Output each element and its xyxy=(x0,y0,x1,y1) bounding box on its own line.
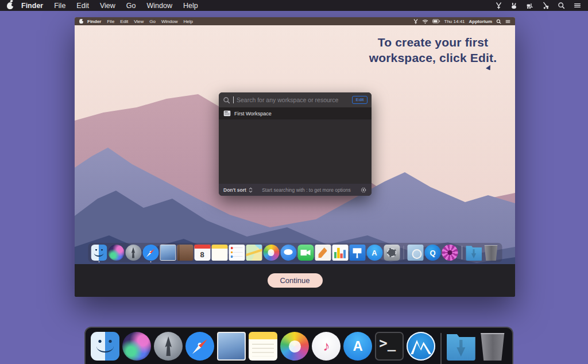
utility-tool-icon[interactable] xyxy=(496,2,502,9)
dock-item xyxy=(483,245,499,261)
search-icon xyxy=(223,96,230,104)
dock-item xyxy=(442,245,458,261)
terminal-icon[interactable]: >_ xyxy=(375,332,404,361)
finder-icon[interactable] xyxy=(91,245,107,261)
dock-item xyxy=(280,245,296,261)
notes-icon[interactable] xyxy=(211,245,227,261)
dock-item xyxy=(246,245,262,261)
wifi-icon[interactable] xyxy=(422,19,428,24)
menu-list-icon[interactable] xyxy=(574,2,581,9)
inner-menubar-item-go[interactable]: Go xyxy=(149,19,156,24)
inner-menubar-app-name[interactable]: Finder xyxy=(87,19,101,24)
dock-separator xyxy=(462,246,463,260)
system-preferences-icon[interactable] xyxy=(384,245,400,261)
keynote-icon[interactable] xyxy=(349,245,365,261)
flower-icon[interactable] xyxy=(442,245,458,261)
menubar-item-window[interactable]: Window xyxy=(146,2,172,10)
continue-button[interactable]: Continue xyxy=(268,273,323,288)
dock-item xyxy=(142,245,158,261)
workspaces-icon[interactable] xyxy=(407,332,435,361)
search-hint-text: Start searching with : to get more optio… xyxy=(262,187,351,193)
contacts-icon[interactable] xyxy=(177,245,193,261)
hand-truck-icon[interactable] xyxy=(542,2,549,9)
downloads-icon[interactable] xyxy=(447,332,475,361)
app-store-icon[interactable]: A xyxy=(366,245,382,261)
maps-icon[interactable] xyxy=(246,245,262,261)
notes-icon[interactable] xyxy=(249,332,277,361)
dock-item xyxy=(384,245,400,261)
dock-item xyxy=(478,332,507,364)
edit-button[interactable]: Edit xyxy=(352,96,368,104)
text-caret xyxy=(233,96,234,103)
inner-menubar-item-view[interactable]: View xyxy=(134,19,144,24)
facetime-icon[interactable] xyxy=(297,245,314,261)
workspace-result-row[interactable]: First Workspace xyxy=(219,107,372,119)
menubar-item-edit[interactable]: Edit xyxy=(76,2,89,10)
trash-icon[interactable] xyxy=(483,245,499,261)
safari-icon[interactable] xyxy=(185,332,214,361)
messages-icon[interactable] xyxy=(280,245,296,261)
menu-list-icon[interactable] xyxy=(505,19,510,24)
safari-icon[interactable] xyxy=(142,245,158,261)
onboarding-window: Finder FileEditViewGoWindowHelp Thu 14:4… xyxy=(75,17,515,297)
inner-menubar-item-window[interactable]: Window xyxy=(161,19,177,24)
siri-icon[interactable] xyxy=(122,332,151,361)
battery-icon[interactable] xyxy=(432,19,440,24)
dock-item xyxy=(447,332,475,364)
search-icon[interactable] xyxy=(558,2,565,9)
menubar-item-file[interactable]: File xyxy=(54,2,65,10)
apple-logo-icon[interactable] xyxy=(79,19,83,24)
inner-menubar-item-file[interactable]: File xyxy=(107,19,114,24)
inner-vendor-menu[interactable]: Apptorium xyxy=(469,19,492,24)
photos-icon[interactable] xyxy=(263,245,279,261)
reminders-icon[interactable] xyxy=(229,245,245,261)
inner-menubar-item-help[interactable]: Help xyxy=(183,19,192,24)
dock-item xyxy=(91,332,119,364)
inner-menubar-item-edit[interactable]: Edit xyxy=(120,19,128,24)
gear-icon[interactable] xyxy=(360,187,367,193)
photos-icon[interactable] xyxy=(280,332,309,361)
desktop: { "colors": { "desktop_purple": "#6b66b0… xyxy=(0,0,588,364)
dock-item: ♪ xyxy=(312,332,341,364)
dock-item xyxy=(108,245,124,261)
menubar-app-name[interactable]: Finder xyxy=(21,2,43,10)
dock-separator xyxy=(403,246,404,260)
menu-bar: Finder FileEditViewGoWindowHelp xyxy=(0,0,588,11)
launchpad-icon[interactable] xyxy=(154,332,183,361)
app-store-icon[interactable]: A xyxy=(343,332,372,361)
numbers-icon[interactable] xyxy=(332,245,348,261)
finder-icon[interactable] xyxy=(91,332,119,361)
inner-clock[interactable]: Thu 14:41 xyxy=(444,19,465,24)
workspace-icon xyxy=(223,110,231,117)
trash-icon[interactable] xyxy=(478,332,507,361)
menubar-item-go[interactable]: Go xyxy=(126,2,136,10)
itunes-icon[interactable]: ♪ xyxy=(312,332,341,361)
inner-menubar-status-area: Thu 14:41 Apptorium xyxy=(413,19,510,24)
sort-chevrons-icon[interactable] xyxy=(249,187,253,193)
rabbit-icon[interactable] xyxy=(510,2,517,9)
downloads-icon[interactable] xyxy=(466,245,482,261)
dock-item: 8 xyxy=(194,245,210,261)
menubar-item-view[interactable]: View xyxy=(100,2,115,10)
mail-icon[interactable] xyxy=(217,332,246,361)
forklift-icon[interactable] xyxy=(526,2,533,9)
mail-icon[interactable] xyxy=(160,245,176,261)
dock-item xyxy=(122,332,151,364)
sort-dropdown-label[interactable]: Don't sort xyxy=(223,187,246,193)
annotation-line-2: workspace, click Edit. xyxy=(361,50,505,65)
tutorial-annotation: To create your first workspace, click Ed… xyxy=(361,34,505,65)
dock-item xyxy=(154,332,183,364)
apple-logo-icon[interactable] xyxy=(7,2,13,9)
dock-item xyxy=(249,332,277,364)
preview-icon[interactable] xyxy=(408,245,424,261)
menubar-item-help[interactable]: Help xyxy=(183,2,198,10)
launchpad-icon[interactable] xyxy=(125,245,141,261)
calendar-icon[interactable]: 8 xyxy=(194,245,210,261)
search-input[interactable] xyxy=(237,96,349,103)
dock-item: >_ xyxy=(375,332,404,364)
siri-icon[interactable] xyxy=(108,245,124,261)
search-icon[interactable] xyxy=(496,19,501,24)
utility-tool-icon[interactable] xyxy=(413,19,418,24)
quicktime-icon[interactable]: Q xyxy=(425,245,441,261)
pages-icon[interactable] xyxy=(315,245,331,261)
